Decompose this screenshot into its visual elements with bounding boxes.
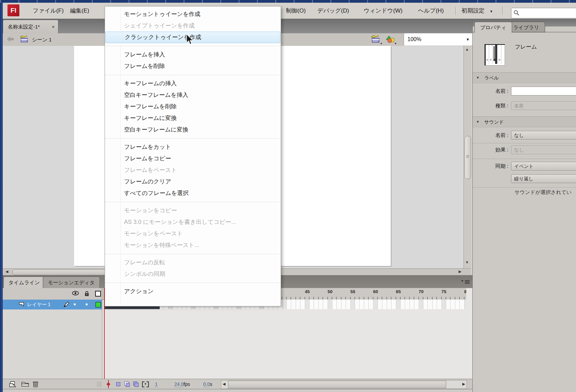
layer-visibility-dot[interactable] (74, 303, 76, 305)
context-menu-item[interactable]: フレームを削除 (105, 60, 281, 72)
layer-row[interactable]: レイヤー 1 (3, 300, 102, 309)
scroll-left-icon[interactable]: ◀ (223, 382, 225, 386)
section-header-label[interactable]: ▼ ラベル (473, 72, 576, 83)
current-layer-icon (19, 302, 24, 307)
chevron-down-icon: ▼ (394, 42, 397, 45)
stage-vertical-scrollbar[interactable]: ▲ ▼ (464, 46, 471, 268)
menubar-item[interactable]: ヘルプ(H) (416, 3, 446, 19)
sound-effect-dropdown[interactable]: なし (511, 145, 576, 154)
show-hide-icon[interactable] (72, 291, 79, 296)
flash-application-window: Fl ファイル(F)編集(E) 制御(O)デバッグ(D)ウィンドウ(W)ヘルプ(… (0, 0, 576, 392)
frame-rate-indicator[interactable]: 24.0fps (174, 379, 190, 389)
field-label: 名前 : (476, 88, 508, 94)
new-layer-icon[interactable] (9, 381, 16, 388)
zoom-level-select[interactable]: 100% ▼ (404, 33, 474, 46)
context-menu-item[interactable]: すべてのフレームを選択 (105, 188, 281, 199)
search-input[interactable] (511, 8, 576, 18)
delete-layer-icon[interactable] (33, 381, 38, 388)
new-folder-icon[interactable] (21, 381, 29, 387)
menubar-item[interactable]: ウィンドウ(W) (362, 3, 404, 19)
scroll-up-icon[interactable]: ▲ (465, 47, 469, 51)
context-menu-item: AS 3.0 にモーションを書き出してコピー... (105, 216, 281, 228)
context-menu-item: シンボルの同期 (105, 268, 281, 280)
onion-skin-outline-icon[interactable] (133, 381, 138, 387)
timeline-horizontal-scrollbar[interactable]: ◀ ▶ (221, 380, 467, 389)
context-menu-item (105, 46, 281, 46)
current-frame-indicator[interactable]: 1 (155, 379, 158, 389)
context-menu-item[interactable]: モーショントゥイーンを作成 (105, 8, 281, 20)
layer-list-empty-area (3, 309, 102, 379)
divider (473, 159, 576, 159)
scrollbar-thumb[interactable] (228, 381, 446, 388)
sound-repeat-dropdown[interactable]: 繰り返し (511, 174, 576, 183)
breadcrumb-scene-name: シーン 1 (32, 33, 52, 46)
context-menu-item[interactable]: 空白キーフレームに変換 (105, 124, 281, 136)
context-menu-item: フレームの反転 (105, 257, 281, 268)
scroll-right-icon[interactable]: ▶ (462, 382, 465, 386)
context-menu-item[interactable]: フレームをカット (105, 141, 281, 153)
workspace-selector[interactable]: 初期設定 ▼ (461, 3, 493, 19)
label-name-input[interactable] (511, 87, 576, 95)
lock-icon[interactable] (84, 291, 89, 297)
context-menu-item[interactable]: キーフレームに変換 (105, 112, 281, 124)
layer-name[interactable]: レイヤー 1 (27, 300, 51, 309)
playhead-marker (107, 380, 110, 388)
ruler-frame-number: 50 (326, 289, 334, 294)
edit-scene-button[interactable]: ▼ (371, 35, 380, 44)
close-icon[interactable]: × (52, 20, 55, 34)
scene-icon (20, 36, 29, 43)
tab-library[interactable]: ライブラリ (507, 22, 545, 33)
menubar-item[interactable]: デバッグ(D) (315, 3, 351, 19)
scroll-down-icon[interactable]: ▼ (465, 260, 469, 264)
tab-motion-editor[interactable]: モーションエディタ (43, 277, 100, 288)
sound-sync-dropdown[interactable]: イベント (511, 162, 576, 171)
context-menu-item[interactable]: 空白キーフレームを挿入 (105, 89, 281, 101)
document-tab[interactable]: 名称未設定-1* × (3, 20, 58, 34)
tab-timeline[interactable]: タイムライン (3, 277, 45, 288)
menu-bar: Fl ファイル(F)編集(E) 制御(O)デバッグ(D)ウィンドウ(W)ヘルプ(… (3, 3, 576, 19)
chevron-down-icon: ▼ (461, 279, 464, 283)
layer-lock-dot[interactable] (86, 303, 88, 305)
window-left-edge (0, 3, 3, 392)
tab-properties[interactable]: プロパティ (474, 22, 512, 33)
field-label: 名前 : (476, 132, 508, 139)
context-menu-item: モーションを特殊ペースト... (105, 239, 281, 251)
onion-skin-icon[interactable] (124, 381, 129, 387)
sound-hint-text: サウンドが選択されてい (514, 189, 572, 196)
center-frame-icon[interactable] (116, 381, 121, 387)
menubar-item[interactable]: 制御(O) (284, 3, 308, 19)
context-menu-item[interactable]: キーフレームの挿入 (105, 78, 281, 89)
ruler-frame-number: 45 (303, 289, 311, 294)
panel-menu-button[interactable]: ▼ (461, 280, 470, 285)
edit-symbol-button[interactable]: ▼ (386, 35, 395, 44)
section-header-sound[interactable]: ▼ サウンド (473, 117, 576, 127)
context-menu-item[interactable]: フレームのクリア (105, 176, 281, 188)
divider (473, 187, 576, 188)
outline-view-icon[interactable] (95, 291, 101, 297)
chevron-down-icon: ▼ (380, 42, 383, 45)
back-arrow-icon[interactable] (7, 36, 14, 42)
pencil-icon (63, 301, 70, 308)
context-menu-item[interactable]: キーフレームを削除 (105, 101, 281, 112)
scroll-left-icon[interactable]: ◀ (5, 269, 8, 274)
field-label: 種類 : (476, 103, 508, 109)
context-menu-item[interactable]: アクション (105, 286, 281, 297)
chevron-down-icon: ▼ (490, 10, 493, 13)
frame-preview-icon (485, 44, 505, 66)
scrollbar-thumb[interactable] (12, 269, 108, 275)
context-menu-item: モーションをペースト (105, 228, 281, 239)
context-menu-item[interactable]: フレームをコピー (105, 153, 281, 164)
context-menu-item[interactable]: フレームを挿入 (105, 49, 281, 60)
divider (473, 143, 576, 143)
sound-name-dropdown[interactable]: なし (511, 131, 576, 140)
context-menu-item (105, 283, 281, 283)
layer-outline-color-swatch[interactable] (95, 302, 101, 307)
ruler-frame-number: 60 (371, 289, 380, 294)
label-type-dropdown[interactable]: 名前 (511, 101, 576, 110)
panel-divider-grip[interactable] (97, 381, 102, 387)
elapsed-time-indicator[interactable]: 0.0s (203, 379, 212, 389)
scroll-right-icon[interactable]: ▶ (459, 269, 461, 274)
ruler-frame-number: 55 (349, 289, 357, 294)
edit-multiple-frames-icon[interactable] (142, 381, 149, 387)
scrollbar-thumb[interactable] (465, 136, 471, 179)
